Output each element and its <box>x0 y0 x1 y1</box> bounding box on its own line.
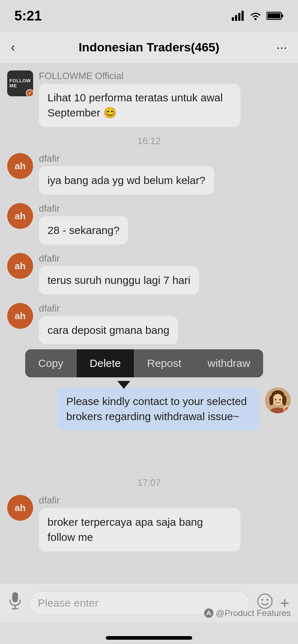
withdraw-button[interactable]: withdraw <box>195 349 263 377</box>
context-menu-arrow <box>117 381 130 389</box>
msg-content-right: Please kindly contact to your selected b… <box>58 387 259 431</box>
message-row-right: ✓ Please kindly contact to your selected… <box>7 387 291 431</box>
repost-button[interactable]: Repost <box>134 349 195 377</box>
context-menu: Copy Delete Repost withdraw <box>25 349 263 377</box>
copy-button[interactable]: Copy <box>25 349 77 377</box>
verified-badge: ✓ <box>284 406 291 413</box>
selected-msg-bubble[interactable]: Please kindly contact to your selected b… <box>58 387 259 431</box>
delete-button[interactable]: Delete <box>77 349 134 377</box>
svg-point-12 <box>282 395 286 405</box>
overlay <box>0 0 298 644</box>
user-avatar: ✓ <box>265 387 291 413</box>
svg-point-15 <box>279 399 281 401</box>
svg-point-10 <box>273 394 283 405</box>
svg-point-14 <box>275 399 276 401</box>
svg-point-11 <box>269 395 274 405</box>
